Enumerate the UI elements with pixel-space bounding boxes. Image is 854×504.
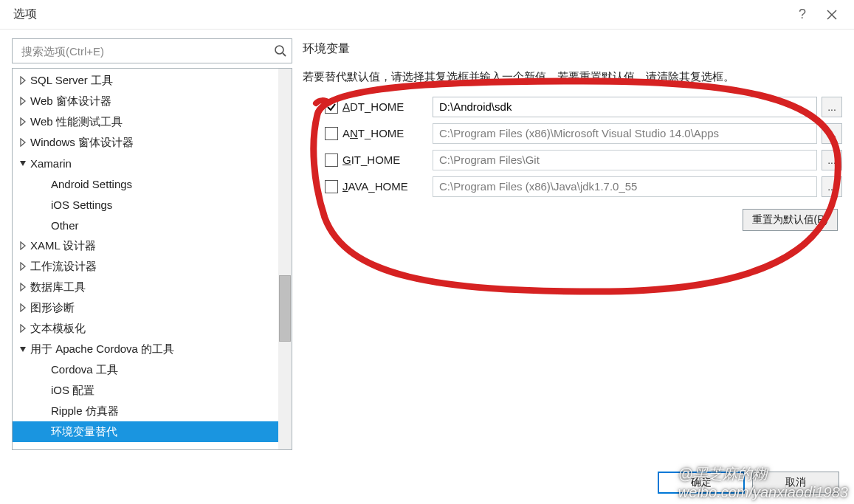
- tree-item[interactable]: 图形诊断: [13, 297, 292, 318]
- env-var-label: GIT_HOME: [342, 153, 428, 166]
- tree-item-label: Ripple 仿真器: [51, 404, 119, 418]
- tree-arrow-spacer: [39, 365, 48, 374]
- chevron-down-icon[interactable]: [18, 159, 27, 168]
- tree-item[interactable]: Windows 窗体设计器: [13, 132, 292, 153]
- chevron-right-icon[interactable]: [18, 324, 27, 333]
- tree-item-label: Other: [51, 219, 79, 232]
- dialog-title: 选项: [13, 7, 788, 22]
- tree-item-label: Xamarin: [30, 157, 72, 170]
- env-var-input[interactable]: [433, 150, 817, 170]
- tree-item-label: Android Settings: [51, 178, 132, 190]
- tree-item[interactable]: Other: [13, 215, 292, 235]
- chevron-right-icon[interactable]: [18, 303, 27, 312]
- right-pane: 环境变量 若要替代默认值，请选择其复选框并输入一个新值。若要重置默认值，请清除其…: [303, 38, 842, 450]
- tree-arrow-spacer: [39, 200, 48, 209]
- chevron-right-icon[interactable]: [18, 241, 27, 250]
- tree-arrow-spacer: [39, 427, 48, 436]
- env-var-input[interactable]: [433, 97, 817, 117]
- scrollbar-track[interactable]: [278, 69, 292, 449]
- browse-button[interactable]: ...: [822, 176, 842, 197]
- browse-button[interactable]: ...: [822, 97, 842, 117]
- tree-item[interactable]: 环境变量替代: [13, 421, 292, 442]
- tree-item[interactable]: Web 窗体设计器: [13, 91, 292, 111]
- tree-item-label: XAML 设计器: [30, 239, 96, 253]
- chevron-right-icon[interactable]: [18, 283, 27, 291]
- checkbox[interactable]: [325, 180, 338, 193]
- chevron-right-icon[interactable]: [18, 138, 27, 147]
- tree-item[interactable]: 用于 Apache Cordova 的工具: [13, 339, 292, 359]
- env-row: JAVA_HOME...: [303, 173, 842, 200]
- env-var-input[interactable]: [433, 176, 817, 197]
- checkbox[interactable]: [325, 100, 338, 114]
- env-row: GIT_HOME...: [303, 147, 842, 173]
- tree-item-label: iOS 配置: [51, 384, 94, 398]
- chevron-right-icon[interactable]: [18, 262, 27, 271]
- tree-item-label: Cordova 工具: [51, 363, 118, 377]
- browse-button[interactable]: ...: [822, 123, 842, 144]
- tree-item[interactable]: iOS Settings: [13, 194, 292, 215]
- tree-item-label: Web 窗体设计器: [30, 94, 111, 108]
- tree-arrow-spacer: [39, 179, 48, 188]
- tree-item[interactable]: iOS 配置: [13, 380, 292, 401]
- scrollbar-thumb[interactable]: [279, 275, 291, 342]
- svg-point-2: [275, 46, 283, 54]
- tree-item-label: 文本模板化: [30, 322, 86, 336]
- tree-item-label: Web 性能测试工具: [30, 115, 123, 129]
- chevron-down-icon[interactable]: [18, 345, 27, 353]
- section-title: 环境变量: [303, 41, 842, 57]
- tree-item[interactable]: XAML 设计器: [13, 235, 292, 256]
- tree-item-label: 图形诊断: [30, 301, 75, 315]
- chevron-right-icon[interactable]: [18, 76, 27, 85]
- checkbox[interactable]: [325, 153, 338, 167]
- chevron-right-icon[interactable]: [18, 97, 27, 106]
- tree-arrow-spacer: [39, 221, 48, 229]
- env-var-input[interactable]: [433, 123, 817, 144]
- close-icon[interactable]: [817, 0, 847, 30]
- search-wrap: [12, 38, 292, 63]
- reset-button[interactable]: 重置为默认值(R): [743, 209, 838, 231]
- tree-item[interactable]: SQL Server 工具: [13, 70, 292, 91]
- left-pane: SQL Server 工具Web 窗体设计器Web 性能测试工具Windows …: [12, 38, 292, 450]
- help-text: 若要替代默认值，请选择其复选框并输入一个新值。若要重置默认值，请清除其复选框。: [303, 67, 842, 86]
- env-var-label: JAVA_HOME: [342, 180, 428, 193]
- tree-item[interactable]: Web 性能测试工具: [13, 111, 292, 132]
- browse-button[interactable]: ...: [822, 150, 842, 170]
- env-var-label: ANT_HOME: [342, 127, 428, 139]
- titlebar: 选项 ?: [0, 0, 854, 30]
- tree-item[interactable]: Cordova 工具: [13, 359, 292, 380]
- svg-line-3: [283, 53, 286, 56]
- options-tree[interactable]: SQL Server 工具Web 窗体设计器Web 性能测试工具Windows …: [12, 68, 292, 450]
- content: SQL Server 工具Web 窗体设计器Web 性能测试工具Windows …: [0, 30, 854, 450]
- tree-item-label: SQL Server 工具: [30, 74, 113, 88]
- tree-item-label: 用于 Apache Cordova 的工具: [30, 342, 174, 356]
- chevron-right-icon[interactable]: [18, 117, 27, 126]
- checkbox[interactable]: [325, 127, 338, 140]
- tree-item[interactable]: Ripple 仿真器: [13, 401, 292, 421]
- env-var-label: ADT_HOME: [342, 100, 428, 113]
- tree-item-label: iOS Settings: [51, 199, 112, 211]
- env-rows: ADT_HOME...ANT_HOME...GIT_HOME...JAVA_HO…: [303, 94, 842, 200]
- env-row: ADT_HOME...: [303, 94, 842, 120]
- tree-item[interactable]: 工作流设计器: [13, 256, 292, 277]
- tree-item[interactable]: Xamarin: [13, 153, 292, 173]
- tree-item[interactable]: 文本模板化: [13, 318, 292, 339]
- search-input[interactable]: [20, 44, 274, 58]
- tree-item[interactable]: Android Settings: [13, 173, 292, 194]
- search-icon[interactable]: [274, 44, 287, 58]
- watermark: @黑芝麻的糊 weibo.com/yanxiaodi1983: [678, 464, 848, 501]
- help-icon[interactable]: ?: [788, 0, 817, 30]
- tree-arrow-spacer: [39, 386, 48, 395]
- tree-item[interactable]: 数据库工具: [13, 277, 292, 297]
- tree-item-label: Windows 窗体设计器: [30, 136, 134, 150]
- tree-arrow-spacer: [39, 407, 48, 415]
- tree-item-label: 环境变量替代: [51, 425, 117, 439]
- env-row: ANT_HOME...: [303, 120, 842, 147]
- tree-item-label: 数据库工具: [30, 280, 86, 294]
- tree-item-label: 工作流设计器: [30, 260, 97, 274]
